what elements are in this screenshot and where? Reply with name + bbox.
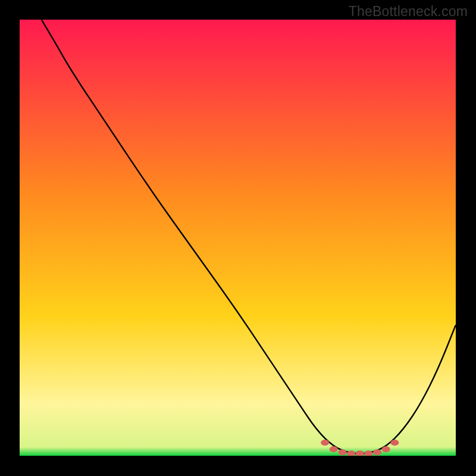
marker-dot: [321, 440, 329, 446]
marker-dot: [382, 446, 390, 452]
marker-dot: [373, 449, 381, 455]
marker-dot: [330, 446, 338, 452]
chart-svg: [20, 20, 456, 456]
heat-background: [20, 20, 456, 456]
marker-dot: [390, 440, 399, 446]
marker-dot: [338, 449, 346, 455]
bottleneck-chart: [20, 20, 456, 456]
attribution-text: TheBottleneck.com: [349, 4, 468, 20]
